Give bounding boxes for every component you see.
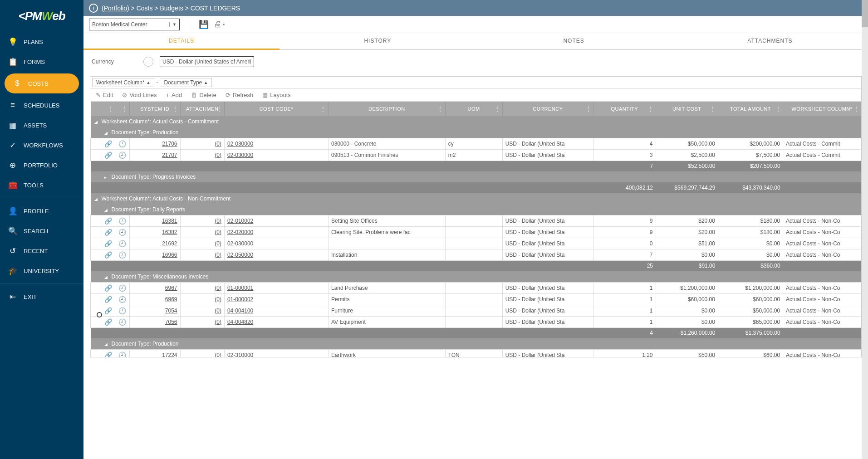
info-icon[interactable]: i bbox=[89, 4, 98, 13]
system-id[interactable]: 6967 bbox=[129, 282, 180, 293]
column-menu-icon[interactable]: ⋮ bbox=[586, 106, 592, 112]
nav-forms[interactable]: 📋FORMS bbox=[0, 52, 83, 72]
void-lines-button[interactable]: ⊘Void Lines bbox=[122, 92, 157, 98]
cost-code[interactable]: 01-000001 bbox=[224, 282, 328, 293]
system-id[interactable]: 21692 bbox=[129, 238, 180, 249]
cost-code[interactable]: 02-050000 bbox=[224, 249, 328, 260]
column-menu-icon[interactable]: ⋮ bbox=[437, 106, 443, 112]
attachments-count[interactable]: (0) bbox=[180, 215, 224, 226]
link-icon[interactable]: 🔗 bbox=[101, 226, 115, 238]
clock-icon[interactable]: 🕘 bbox=[115, 215, 129, 226]
collapse-icon[interactable]: ◢ bbox=[94, 197, 99, 201]
col-header[interactable]: DESCRIPTION⋮ bbox=[328, 102, 445, 116]
link-icon[interactable]: 🔗 bbox=[101, 305, 115, 316]
breadcrumb-portfolio[interactable]: (Portfolio) bbox=[102, 5, 129, 12]
layouts-button[interactable]: ▦Layouts bbox=[262, 92, 291, 98]
project-select[interactable]: Boston Medical Center▼ bbox=[89, 19, 180, 30]
link-icon[interactable]: 🔗 bbox=[101, 282, 115, 293]
cost-code[interactable]: 02-020000 bbox=[224, 226, 328, 238]
system-id[interactable]: 17224 bbox=[129, 349, 180, 357]
attachments-count[interactable]: (0) bbox=[180, 305, 224, 316]
group-header-1[interactable]: ◢Worksheet Column*: Actual Costs - Non-C… bbox=[91, 193, 861, 204]
attachments-count[interactable]: (0) bbox=[180, 149, 224, 161]
tab-history[interactable]: HISTORY bbox=[280, 33, 476, 49]
currency-options-button[interactable]: ⋯ bbox=[143, 57, 153, 67]
system-id[interactable]: 21707 bbox=[129, 149, 180, 161]
group-header-2[interactable]: ◢Document Type: Miscellaneous Invoices bbox=[91, 271, 861, 282]
table-row[interactable]: 🔗🕘7054(0)04-004100FurnitureUSD - Dollar … bbox=[91, 305, 861, 316]
system-id[interactable]: 7056 bbox=[129, 316, 180, 327]
scrollbar[interactable] bbox=[862, 0, 868, 459]
column-menu-icon[interactable]: ⋮ bbox=[495, 106, 500, 112]
cost-code[interactable]: 02-310000 bbox=[224, 349, 328, 357]
column-menu-icon[interactable]: ⋮ bbox=[648, 106, 654, 112]
link-icon[interactable]: 🔗 bbox=[101, 138, 115, 149]
column-menu-icon[interactable]: ⋮ bbox=[122, 106, 128, 112]
attachments-count[interactable]: (0) bbox=[180, 282, 224, 293]
clock-icon[interactable]: 🕘 bbox=[115, 316, 129, 327]
nav-recent[interactable]: ↺RECENT bbox=[0, 241, 83, 261]
col-header[interactable]: UOM⋮ bbox=[445, 102, 502, 116]
table-row[interactable]: 🔗🕘16381(0)02-010002Setting Site OfficesU… bbox=[91, 215, 861, 226]
group-header-2[interactable]: ▸Document Type: Progress Invoices bbox=[91, 171, 861, 182]
table-row[interactable]: 🔗🕘7056(0)04-004820AV EquipmentUSD - Doll… bbox=[91, 316, 861, 327]
nav-tools[interactable]: 🧰TOOLS bbox=[0, 175, 83, 195]
cost-code[interactable]: 02-010002 bbox=[224, 215, 328, 226]
group-chip[interactable]: Document Type▲ bbox=[160, 78, 212, 87]
nav-university[interactable]: 🎓UNIVERSITY bbox=[0, 261, 83, 281]
col-header[interactable]: WORKSHEET COLUMN*⋮ bbox=[783, 102, 861, 116]
col-header[interactable]: TOTAL AMOUNT⋮ bbox=[718, 102, 783, 116]
col-header[interactable]: CURRENCY⋮ bbox=[502, 102, 593, 116]
col-header[interactable] bbox=[91, 102, 101, 116]
col-header[interactable]: QUANTITY⋮ bbox=[593, 102, 656, 116]
clock-icon[interactable]: 🕘 bbox=[115, 305, 129, 316]
nav-plans[interactable]: 💡PLANS bbox=[0, 32, 83, 52]
collapse-icon[interactable]: ▸ bbox=[104, 175, 109, 180]
nav-assets[interactable]: ▦ASSETS bbox=[0, 115, 83, 135]
column-menu-icon[interactable]: ⋮ bbox=[216, 106, 222, 112]
link-icon[interactable]: 🔗 bbox=[101, 349, 115, 357]
table-row[interactable]: 🔗🕘17224(0)02-310000EarthworkTONUSD - Dol… bbox=[91, 349, 861, 357]
nav-costs[interactable]: $COSTS bbox=[5, 73, 79, 93]
link-icon[interactable]: 🔗 bbox=[101, 238, 115, 249]
link-icon[interactable]: 🔗 bbox=[101, 215, 115, 226]
collapse-icon[interactable]: ◢ bbox=[104, 275, 109, 279]
clock-icon[interactable]: 🕘 bbox=[115, 282, 129, 293]
col-header[interactable]: ATTACHMEN⋮ bbox=[180, 102, 224, 116]
link-icon[interactable]: 🔗 bbox=[101, 149, 115, 161]
cost-code[interactable]: 02-030000 bbox=[224, 238, 328, 249]
clock-icon[interactable]: 🕘 bbox=[115, 238, 129, 249]
column-menu-icon[interactable]: ⋮ bbox=[108, 106, 113, 112]
col-header[interactable]: COST CODE*⋮ bbox=[224, 102, 328, 116]
system-id[interactable]: 16382 bbox=[129, 226, 180, 238]
cost-code[interactable]: 04-004820 bbox=[224, 316, 328, 327]
attachments-count[interactable]: (0) bbox=[180, 316, 224, 327]
clock-icon[interactable]: 🕘 bbox=[115, 249, 129, 260]
attachments-count[interactable]: (0) bbox=[180, 293, 224, 305]
table-row[interactable]: 🔗🕘6969(0)01-000002PermitsUSD - Dollar (U… bbox=[91, 293, 861, 305]
clock-icon[interactable]: 🕘 bbox=[115, 149, 129, 161]
system-id[interactable]: 21706 bbox=[129, 138, 180, 149]
attachments-count[interactable]: (0) bbox=[180, 226, 224, 238]
table-row[interactable]: 🔗🕘21707(0)02-030000090513 - Common Finis… bbox=[91, 149, 861, 161]
cost-code[interactable]: 04-004100 bbox=[224, 305, 328, 316]
attachments-count[interactable]: (0) bbox=[180, 238, 224, 249]
system-id[interactable]: 7054 bbox=[129, 305, 180, 316]
column-menu-icon[interactable]: ⋮ bbox=[853, 106, 859, 112]
col-header[interactable]: UNIT COST⋮ bbox=[656, 102, 718, 116]
group-header-2[interactable]: ◢Document Type: Production bbox=[91, 127, 861, 138]
attachments-count[interactable]: (0) bbox=[180, 349, 224, 357]
system-id[interactable]: 16381 bbox=[129, 215, 180, 226]
nav-schedules[interactable]: ≡SCHEDULES bbox=[0, 95, 83, 115]
breadcrumb-costs[interactable]: Costs bbox=[137, 5, 153, 12]
system-id[interactable]: 6969 bbox=[129, 293, 180, 305]
refresh-button[interactable]: ⟳Refresh bbox=[226, 92, 254, 98]
table-row[interactable]: 🔗🕘6967(0)01-000001Land PurchaseUSD - Dol… bbox=[91, 282, 861, 293]
edit-button[interactable]: ✎Edit bbox=[96, 92, 113, 98]
group-header-2[interactable]: ◢Document Type: Production bbox=[91, 338, 861, 349]
nav-exit[interactable]: ⇤EXIT bbox=[0, 287, 83, 307]
cost-code[interactable]: 02-030000 bbox=[224, 149, 328, 161]
attachments-count[interactable]: (0) bbox=[180, 138, 224, 149]
nav-profile[interactable]: 👤PROFILE bbox=[0, 201, 83, 221]
link-icon[interactable]: 🔗 bbox=[101, 316, 115, 327]
